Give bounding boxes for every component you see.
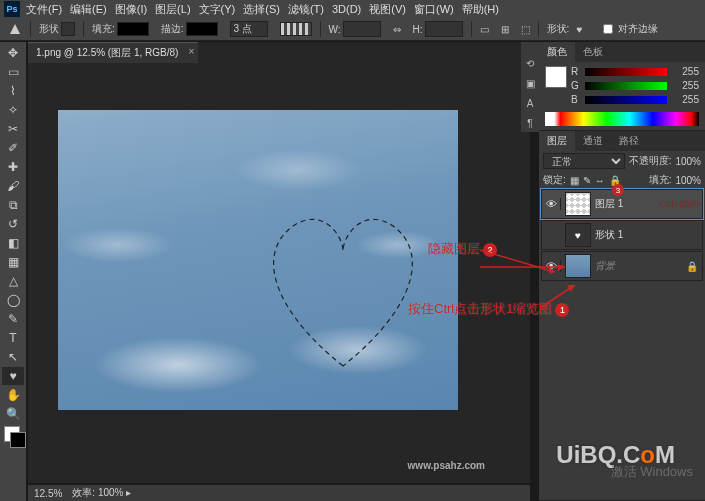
tab-paths[interactable]: 路径 — [611, 131, 647, 151]
menu-image[interactable]: 图像(I) — [115, 2, 147, 17]
layer1-visibility[interactable]: 👁 — [542, 198, 561, 210]
menu-help[interactable]: 帮助(H) — [462, 2, 499, 17]
menu-view[interactable]: 视图(V) — [369, 2, 406, 17]
annotation-badge-3: 3 — [612, 184, 624, 196]
opacity-label: 不透明度: — [629, 154, 672, 168]
status-efficiency-label: 效率: — [72, 487, 95, 498]
shape1-name[interactable]: 形状 1 — [595, 228, 702, 242]
actions-panel-icon[interactable]: ▣ — [522, 74, 538, 92]
document-tab-title: 1.png @ 12.5% (图层 1, RGB/8) — [36, 46, 178, 60]
stroke-swatch[interactable] — [186, 22, 218, 36]
menu-filter[interactable]: 滤镜(T) — [288, 2, 324, 17]
tab-color[interactable]: 颜色 — [539, 42, 575, 62]
activate-windows: 激活 Windows — [611, 463, 693, 481]
stamp-tool[interactable]: ⧉ — [2, 196, 24, 214]
g-value[interactable]: 255 — [671, 80, 699, 91]
height-input[interactable] — [425, 21, 463, 37]
layer1-thumbnail[interactable] — [565, 192, 591, 216]
layer-row-shape1[interactable]: ♥ 形状 1 — [541, 220, 703, 250]
status-zoom[interactable]: 12.5% — [34, 488, 62, 499]
dodge-tool[interactable]: ◯ — [2, 291, 24, 309]
color-swatches[interactable] — [2, 424, 24, 454]
pen-tool[interactable]: ✎ — [2, 310, 24, 328]
shape-mode-label: 形状 — [39, 22, 59, 36]
color-panel: 颜色 色板 R 255 G 255 — [539, 42, 705, 131]
align-edges-checkbox[interactable] — [603, 24, 613, 34]
link-wh-icon[interactable]: ⇔ — [389, 24, 405, 35]
close-tab-icon[interactable]: × — [189, 46, 195, 57]
zoom-tool[interactable]: 🔍 — [2, 405, 24, 423]
marquee-tool[interactable]: ▭ — [2, 63, 24, 81]
stroke-width-input[interactable] — [230, 21, 268, 37]
lock-label: 锁定: — [543, 173, 566, 187]
sky-image — [58, 110, 458, 410]
opacity-value[interactable]: 100% — [675, 156, 701, 167]
options-bar: 形状 填充: 描边: W: ⇔ H: ▭ ⊞ ⬚ 形状:♥ 对齐边缘 — [0, 18, 705, 41]
g-slider[interactable] — [585, 82, 667, 90]
tab-layers[interactable]: 图层 — [539, 131, 575, 151]
layer1-name[interactable]: 图层 1 — [595, 197, 657, 211]
r-value[interactable]: 255 — [671, 66, 699, 77]
align-icon[interactable]: ⊞ — [497, 24, 513, 35]
blend-mode-select[interactable]: 正常 — [543, 153, 625, 169]
menu-select[interactable]: 选择(S) — [243, 2, 280, 17]
wand-tool[interactable]: ✧ — [2, 101, 24, 119]
move-tool[interactable]: ✥ — [2, 44, 24, 62]
stroke-style-dropdown[interactable] — [280, 22, 312, 36]
history-brush-tool[interactable]: ↺ — [2, 215, 24, 233]
blur-tool[interactable]: △ — [2, 272, 24, 290]
menu-type[interactable]: 文字(Y) — [199, 2, 236, 17]
foreground-color[interactable] — [545, 66, 567, 88]
background-lock-icon: 🔒 — [686, 261, 698, 272]
crop-tool[interactable]: ✂ — [2, 120, 24, 138]
width-input[interactable] — [343, 21, 381, 37]
heal-tool[interactable]: ✚ — [2, 158, 24, 176]
b-slider[interactable] — [585, 96, 667, 104]
tab-swatches[interactable]: 色板 — [575, 42, 611, 62]
shape-tool[interactable]: ♥ — [2, 367, 24, 385]
fill-swatch[interactable] — [117, 22, 149, 36]
canvas[interactable] — [58, 110, 458, 410]
document-area: 1.png @ 12.5% (图层 1, RGB/8) × — [28, 42, 530, 483]
fill-value[interactable]: 100% — [675, 175, 701, 186]
history-panel-icon[interactable]: ⟲ — [522, 54, 538, 72]
gradient-tool[interactable]: ▦ — [2, 253, 24, 271]
menu-edit[interactable]: 编辑(E) — [70, 2, 107, 17]
tab-channels[interactable]: 通道 — [575, 131, 611, 151]
shape-mode-dropdown[interactable] — [61, 22, 75, 36]
background-visibility[interactable]: 👁 — [542, 260, 561, 272]
lock-pixels-icon[interactable]: ▦ — [570, 175, 579, 186]
status-efficiency-value: 100% — [98, 487, 124, 498]
background-thumbnail[interactable] — [565, 254, 591, 278]
shape1-thumbnail[interactable]: ♥ — [565, 223, 591, 247]
path-tool[interactable]: ↖ — [2, 348, 24, 366]
shape-picker[interactable]: ♥ — [571, 22, 587, 36]
brush-tool[interactable]: 🖌 — [2, 177, 24, 195]
lock-paint-icon[interactable]: ✎ — [583, 175, 591, 186]
menu-file[interactable]: 文件(F) — [26, 2, 62, 17]
background-name[interactable]: 背景 — [595, 259, 686, 273]
menu-window[interactable]: 窗口(W) — [414, 2, 454, 17]
shape-tool-icon[interactable] — [4, 22, 26, 36]
hand-tool[interactable]: ✋ — [2, 386, 24, 404]
layer-row-background[interactable]: 👁 背景 🔒 — [541, 251, 703, 281]
r-slider[interactable] — [585, 68, 667, 76]
menu-layer[interactable]: 图层(L) — [155, 2, 190, 17]
canvas-area[interactable] — [28, 64, 530, 483]
path-ops-icon[interactable]: ▭ — [476, 24, 493, 35]
document-tab[interactable]: 1.png @ 12.5% (图层 1, RGB/8) × — [28, 42, 198, 63]
layers-panel: 图层 通道 路径 正常 不透明度: 100% 锁定: ▦ ✎ ↔ 🔒 填充: 1… — [539, 131, 705, 501]
eyedropper-tool[interactable]: ✐ — [2, 139, 24, 157]
lasso-tool[interactable]: ⌇ — [2, 82, 24, 100]
layer-row-layer1[interactable]: 👁 图层 1 Ctrl+Shift+ 3 — [541, 189, 703, 219]
panels: 颜色 色板 R 255 G 255 — [539, 42, 705, 501]
arrange-icon[interactable]: ⬚ — [517, 24, 534, 35]
menu-3d[interactable]: 3D(D) — [332, 3, 361, 15]
para-panel-icon[interactable]: ¶ — [522, 114, 538, 132]
b-value[interactable]: 255 — [671, 94, 699, 105]
color-spectrum[interactable] — [545, 112, 699, 126]
lock-move-icon[interactable]: ↔ — [595, 175, 605, 186]
char-panel-icon[interactable]: A — [522, 94, 538, 112]
type-tool[interactable]: T — [2, 329, 24, 347]
eraser-tool[interactable]: ◧ — [2, 234, 24, 252]
